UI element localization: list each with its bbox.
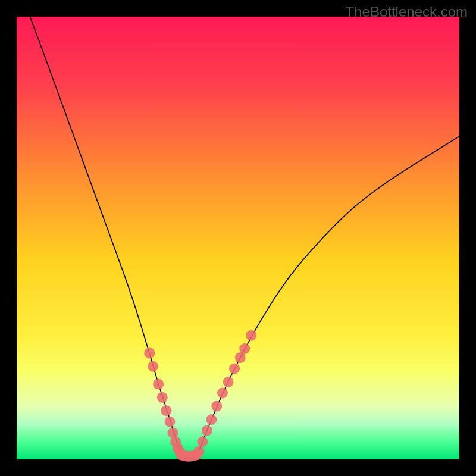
bead (157, 392, 168, 403)
bead (197, 436, 208, 447)
bead (217, 387, 228, 398)
bead (153, 379, 164, 390)
chart-svg (0, 0, 476, 476)
chart-container: TheBottleneck.com (0, 0, 476, 476)
bead (223, 377, 234, 387)
bead (194, 446, 205, 457)
bead (211, 401, 222, 412)
bead (239, 343, 250, 354)
bead (246, 330, 256, 341)
bead (164, 416, 175, 427)
bead (144, 347, 155, 358)
bead (202, 425, 212, 436)
bead (229, 363, 240, 374)
bead (161, 405, 171, 416)
watermark-text: TheBottleneck.com (346, 4, 468, 20)
plot-area (17, 17, 459, 459)
bead (148, 361, 158, 372)
bead (206, 414, 217, 425)
